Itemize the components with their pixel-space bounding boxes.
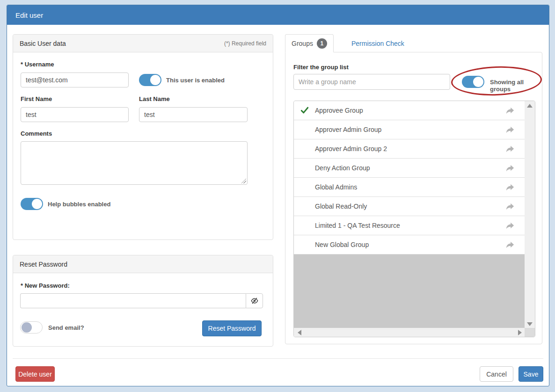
show-all-groups-label: Showing all groups — [490, 79, 542, 93]
go-to-group-icon[interactable] — [505, 184, 514, 191]
group-row[interactable]: Deny Action Group — [294, 159, 526, 178]
reset-password-title: Reset Password — [20, 261, 67, 268]
toggle-knob — [473, 77, 483, 87]
tab-groups-label: Groups — [292, 40, 313, 47]
first-name-label: First Name — [21, 95, 52, 102]
group-name: Approvee Group — [315, 107, 505, 114]
reset-password-button[interactable]: Reset Password — [202, 320, 262, 336]
eye-slash-icon — [250, 297, 259, 305]
groups-count-badge: 1 — [317, 38, 327, 49]
group-row[interactable]: Limited 1 - QA Test Resource — [294, 216, 526, 235]
scroll-up-icon[interactable] — [527, 104, 533, 108]
basic-user-data-title: Basic User data — [20, 40, 66, 47]
tab-groups[interactable]: Groups 1 — [285, 34, 334, 52]
help-bubbles-label: Help bubbles enabled — [48, 201, 110, 208]
group-name: Approver Admin Group 2 — [315, 145, 505, 152]
footer-divider — [13, 358, 543, 359]
dialog-title-bar: Edit user — [7, 5, 549, 25]
go-to-group-icon[interactable] — [505, 203, 514, 210]
user-enabled-label: This user is enabled — [166, 77, 225, 84]
group-name: Approver Admin Group — [315, 126, 505, 133]
group-filter-input[interactable] — [293, 74, 450, 90]
username-label: * Username — [21, 61, 54, 68]
basic-user-data-header: Basic User data (*) Required field — [13, 35, 273, 52]
save-button[interactable]: Save — [518, 366, 543, 382]
last-name-input[interactable] — [139, 107, 248, 122]
member-check-icon — [300, 107, 315, 114]
send-email-label: Send email? — [48, 324, 84, 331]
last-name-label: Last Name — [139, 95, 170, 102]
group-name: New Global Group — [315, 241, 505, 248]
group-list: Approvee GroupApprover Admin GroupApprov… — [293, 101, 535, 337]
dialog-title: Edit user — [15, 11, 43, 19]
scroll-left-icon[interactable] — [298, 330, 301, 335]
tab-permission-check[interactable]: Permission Check — [340, 34, 416, 52]
send-email-toggle[interactable] — [20, 321, 43, 334]
group-name: Deny Action Group — [315, 164, 505, 172]
groups-tab-panel: Filter the group list Showing all groups… — [285, 52, 542, 344]
group-list-rows: Approvee GroupApprover Admin GroupApprov… — [294, 101, 526, 329]
group-name: Global Read-Only — [315, 203, 505, 210]
horizontal-scrollbar[interactable] — [294, 328, 526, 337]
filter-group-list-label: Filter the group list — [293, 64, 349, 71]
group-row[interactable]: New Global Group — [294, 235, 526, 254]
new-password-input[interactable] — [20, 293, 246, 308]
comments-label: Comments — [21, 130, 52, 137]
reset-password-card: Reset Password * New Password: Send emai… — [13, 255, 273, 347]
group-row[interactable]: Approver Admin Group 2 — [294, 139, 526, 159]
new-password-label: * New Password: — [21, 282, 70, 289]
go-to-group-icon[interactable] — [505, 222, 514, 229]
help-bubbles-toggle[interactable] — [21, 198, 43, 210]
delete-user-button[interactable]: Delete user — [15, 366, 55, 382]
toggle-knob — [150, 75, 161, 85]
go-to-group-icon[interactable] — [505, 145, 514, 152]
group-name: Global Admins — [315, 183, 505, 191]
reveal-password-button[interactable] — [246, 293, 263, 308]
go-to-group-icon[interactable] — [505, 241, 514, 248]
scroll-down-icon[interactable] — [527, 322, 533, 326]
toggle-knob — [32, 199, 42, 209]
new-password-group — [20, 293, 263, 308]
comments-textarea[interactable] — [21, 141, 248, 185]
user-enabled-toggle[interactable] — [139, 74, 161, 86]
go-to-group-icon[interactable] — [505, 107, 514, 114]
show-all-groups-toggle[interactable] — [462, 76, 484, 88]
username-input[interactable] — [21, 73, 129, 87]
go-to-group-icon[interactable] — [505, 126, 514, 133]
group-row[interactable]: Approvee Group — [294, 101, 526, 120]
toggle-knob — [22, 322, 32, 333]
reset-password-header: Reset Password — [13, 255, 273, 273]
basic-user-data-card: Basic User data (*) Required field * Use… — [13, 34, 273, 240]
group-name: Limited 1 - QA Test Resource — [315, 222, 505, 229]
group-row[interactable]: Global Read-Only — [294, 197, 526, 216]
scroll-right-icon[interactable] — [518, 330, 522, 335]
first-name-input[interactable] — [21, 107, 129, 122]
required-field-note: (*) Required field — [224, 40, 266, 47]
edit-user-dialog: Edit user Basic User data (*) Required f… — [7, 5, 549, 386]
cancel-button[interactable]: Cancel — [480, 366, 513, 382]
vertical-scrollbar[interactable] — [525, 101, 535, 329]
group-row[interactable]: Approver Admin Group — [294, 120, 526, 139]
scrollbar-corner — [525, 328, 535, 337]
go-to-group-icon[interactable] — [505, 165, 514, 172]
group-row[interactable]: Global Admins — [294, 178, 526, 197]
tab-permission-check-label: Permission Check — [351, 40, 404, 47]
